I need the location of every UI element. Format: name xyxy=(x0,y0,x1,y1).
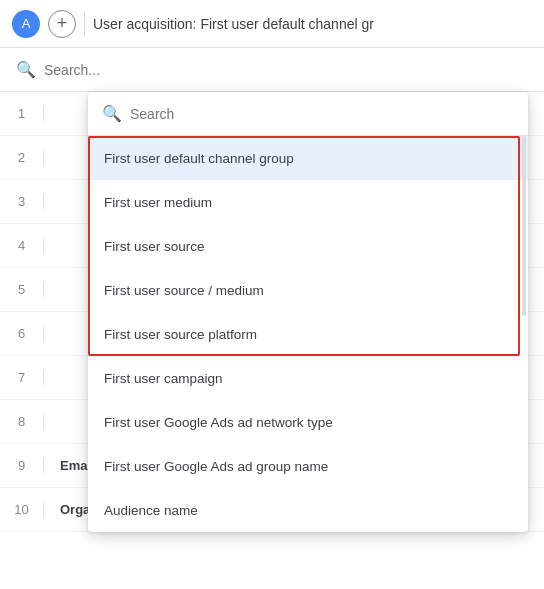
row-number: 7 xyxy=(0,370,44,385)
search-bar: 🔍 xyxy=(0,48,544,92)
dropdown-search-input[interactable] xyxy=(130,106,514,122)
dropdown-item[interactable]: First user campaign xyxy=(88,356,528,400)
dropdown-item[interactable]: First user Google Ads ad group name xyxy=(88,444,528,488)
dropdown-search-bar: 🔍 xyxy=(88,92,528,136)
table-area: 1 2 3 4 5 6 7 8 9 Email 431 xyxy=(0,92,544,532)
row-number: 6 xyxy=(0,326,44,341)
row-number: 10 xyxy=(0,502,44,517)
dropdown-item[interactable]: Audience name xyxy=(88,488,528,532)
dropdown-item[interactable]: First user medium xyxy=(88,180,528,224)
dropdown-search-icon: 🔍 xyxy=(102,104,122,123)
search-input[interactable] xyxy=(44,62,528,78)
dropdown-item-selected[interactable]: First user default channel group xyxy=(88,136,528,180)
header-title: User acquisition: First user default cha… xyxy=(93,16,374,32)
header-divider xyxy=(84,12,85,36)
avatar: A xyxy=(12,10,40,38)
row-number: 1 xyxy=(0,106,44,121)
dropdown-menu: 🔍 First user default channel group First… xyxy=(88,92,528,532)
dropdown-item[interactable]: First user source platform xyxy=(88,312,528,356)
row-number: 3 xyxy=(0,194,44,209)
dropdown-item[interactable]: First user source / medium xyxy=(88,268,528,312)
add-button[interactable]: + xyxy=(48,10,76,38)
header: A + User acquisition: First user default… xyxy=(0,0,544,48)
dropdown-item[interactable]: First user Google Ads ad network type xyxy=(88,400,528,444)
row-number: 8 xyxy=(0,414,44,429)
search-icon: 🔍 xyxy=(16,60,36,79)
dropdown-scrollbar[interactable] xyxy=(522,136,526,316)
row-number: 2 xyxy=(0,150,44,165)
row-number: 5 xyxy=(0,282,44,297)
row-number: 9 xyxy=(0,458,44,473)
row-number: 4 xyxy=(0,238,44,253)
dropdown-item[interactable]: First user source xyxy=(88,224,528,268)
